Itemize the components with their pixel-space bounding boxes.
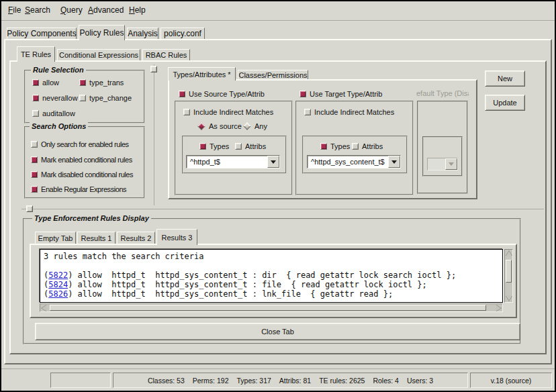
te-rules-content: Rule Selection allow type_trans neverall… [0, 0, 556, 392]
tab-policy-rules[interactable]: Policy Rules [79, 25, 125, 40]
hscrollbar-thumb[interactable] [50, 305, 486, 311]
rule-number-link[interactable]: 5824 [48, 280, 68, 289]
results-vscrollbar[interactable] [504, 249, 513, 303]
tab-policy-rules-label: Policy Rules [79, 28, 124, 38]
close-tab-button-label: Close Tab [261, 328, 294, 336]
rule-line: (5826) allow httpd_t httpd_sys_content_t… [44, 289, 499, 299]
tab-te-rules[interactable]: TE Rules [17, 46, 55, 62]
tab-te-rules-label: TE Rules [21, 50, 51, 58]
rule-line: (5822) allow httpd_t httpd_sys_content_t… [44, 271, 499, 280]
scroll-right-icon[interactable] [496, 305, 501, 311]
rule-number-link[interactable]: 5826 [48, 289, 68, 299]
close-tab-button[interactable]: Close Tab [35, 323, 520, 340]
scroll-down-icon[interactable] [506, 295, 512, 301]
scroll-left-icon[interactable] [42, 305, 47, 311]
results-content: 3 rules match the search criteria (5822)… [0, 0, 556, 392]
apol-window: File Search Query Advanced Help Policy C… [0, 0, 556, 392]
scroll-up-icon[interactable] [506, 251, 512, 256]
vscrollbar-thumb[interactable] [506, 260, 512, 283]
rule-line: (5824) allow httpd_t httpd_sys_content_t… [44, 280, 499, 289]
rule-number-link[interactable]: 5822 [48, 271, 68, 280]
results-summary-line: 3 rules match the search criteria [44, 252, 499, 261]
results-hscrollbar[interactable] [40, 303, 503, 312]
results-text[interactable]: 3 rules match the search criteria (5822)… [40, 249, 503, 303]
